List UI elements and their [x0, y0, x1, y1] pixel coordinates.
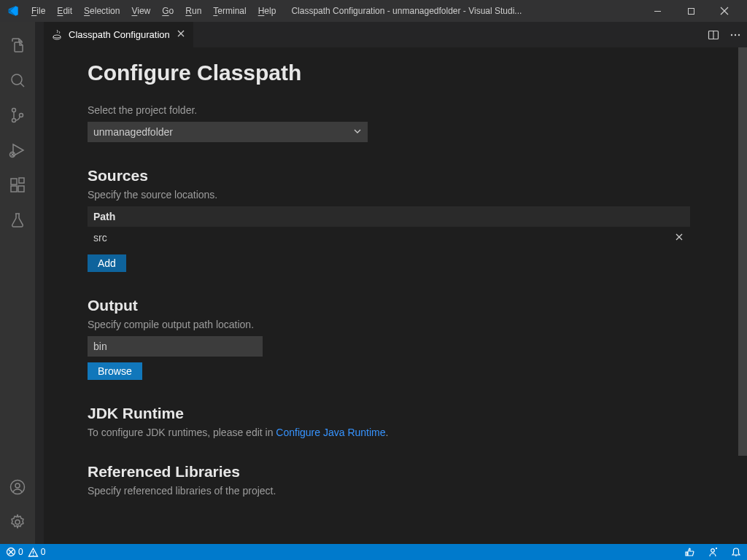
menu-edit[interactable]: Edit	[52, 3, 77, 19]
svg-rect-11	[11, 186, 17, 192]
remove-icon[interactable]	[674, 232, 684, 244]
tab-classpath-config[interactable]: Classpath Configuration	[44, 22, 193, 47]
referenced-libs-heading: Referenced Libraries	[88, 463, 703, 481]
menu-view[interactable]: View	[126, 3, 155, 19]
project-prompt: Select the project folder.	[88, 104, 703, 116]
project-select[interactable]: unmanagedfolder	[88, 122, 368, 142]
minimize-button[interactable]	[640, 0, 674, 22]
vscode-logo-icon	[7, 5, 19, 17]
output-path-value: bin	[93, 341, 107, 352]
menu-help[interactable]: Help	[253, 3, 282, 19]
svg-rect-1	[688, 8, 694, 14]
output-heading: Output	[88, 297, 703, 314]
status-feedback-icon[interactable]	[708, 547, 718, 557]
main-area: Classpath Configuration Configure Classp…	[0, 22, 747, 544]
svg-point-32	[711, 549, 715, 553]
svg-rect-13	[19, 178, 24, 183]
warning-count: 0	[41, 547, 46, 557]
add-button[interactable]: Add	[88, 254, 126, 272]
jdk-heading: JDK Runtime	[88, 405, 703, 422]
scrollbar-thumb[interactable]	[738, 47, 747, 456]
search-icon[interactable]	[0, 63, 35, 98]
jdk-text-prefix: To configure JDK runtimes, please edit i…	[88, 427, 276, 438]
menu-file[interactable]: File	[26, 3, 50, 19]
tab-label: Classpath Configuration	[69, 29, 170, 40]
explorer-icon[interactable]	[0, 28, 35, 63]
menu-selection[interactable]: Selection	[79, 3, 125, 19]
configure-java-runtime-link[interactable]: Configure Java Runtime	[276, 427, 385, 438]
sources-table-header: Path	[88, 206, 690, 227]
chevron-down-icon	[353, 126, 362, 138]
status-problems[interactable]: 0	[6, 547, 23, 557]
svg-point-23	[735, 34, 736, 35]
browse-button[interactable]: Browse	[88, 362, 142, 380]
output-path-input[interactable]: bin	[88, 336, 263, 357]
sources-subtext: Specify the source locations.	[88, 189, 703, 201]
table-row[interactable]: src	[88, 227, 690, 249]
svg-point-24	[738, 34, 740, 35]
java-project-icon	[51, 29, 63, 41]
jdk-text-suffix: .	[386, 427, 389, 438]
run-debug-icon[interactable]	[0, 133, 35, 168]
svg-rect-12	[18, 186, 24, 192]
svg-point-31	[33, 554, 34, 555]
sidebar-placeholder	[35, 22, 44, 544]
svg-point-16	[15, 520, 20, 524]
output-subtext: Specify compile output path location.	[88, 319, 703, 330]
jdk-text: To configure JDK runtimes, please edit i…	[88, 427, 703, 438]
error-count: 0	[18, 547, 23, 557]
svg-line-5	[20, 83, 24, 87]
tab-bar: Classpath Configuration	[44, 22, 747, 47]
page-title: Configure Classpath	[88, 61, 703, 85]
col-path: Path	[93, 211, 115, 222]
status-bar: 0 0	[0, 544, 747, 560]
menu-terminal[interactable]: Terminal	[208, 3, 251, 19]
source-control-icon[interactable]	[0, 98, 35, 133]
window-controls	[640, 0, 741, 22]
svg-point-8	[20, 114, 23, 117]
svg-point-15	[15, 483, 20, 488]
split-editor-icon[interactable]	[708, 29, 719, 41]
menu-run[interactable]: Run	[180, 3, 206, 19]
source-path-value: src	[93, 232, 107, 244]
svg-point-4	[12, 74, 22, 85]
svg-rect-10	[11, 179, 17, 184]
referenced-libs-subtext: Specify referenced libraries of the proj…	[88, 485, 703, 497]
close-button[interactable]	[708, 0, 741, 22]
editor-group: Classpath Configuration Configure Classp…	[44, 22, 747, 544]
status-warnings[interactable]: 0	[28, 547, 46, 558]
svg-point-6	[12, 109, 16, 112]
sources-heading: Sources	[88, 167, 703, 184]
status-bell-icon[interactable]	[731, 547, 741, 557]
more-actions-icon[interactable]	[729, 29, 741, 41]
svg-point-17	[53, 35, 61, 38]
title-bar: File Edit Selection View Go Run Terminal…	[0, 0, 747, 22]
extensions-icon[interactable]	[0, 168, 35, 203]
project-selected-value: unmanagedfolder	[93, 126, 173, 138]
vertical-scrollbar[interactable]	[738, 47, 747, 544]
status-thumbs-icon[interactable]	[684, 547, 694, 557]
window-title: Classpath Configuration - unmanagedfolde…	[281, 6, 640, 16]
menu-go[interactable]: Go	[157, 3, 179, 19]
activity-bar	[0, 22, 35, 544]
settings-gear-icon[interactable]	[0, 505, 35, 540]
svg-point-22	[731, 34, 732, 35]
editor-content: Configure Classpath Select the project f…	[44, 47, 747, 544]
menu-bar: File Edit Selection View Go Run Terminal…	[26, 3, 281, 19]
maximize-button[interactable]	[674, 0, 708, 22]
testing-icon[interactable]	[0, 203, 35, 238]
accounts-icon[interactable]	[0, 470, 35, 505]
close-icon[interactable]	[176, 28, 186, 41]
svg-point-7	[12, 119, 16, 122]
